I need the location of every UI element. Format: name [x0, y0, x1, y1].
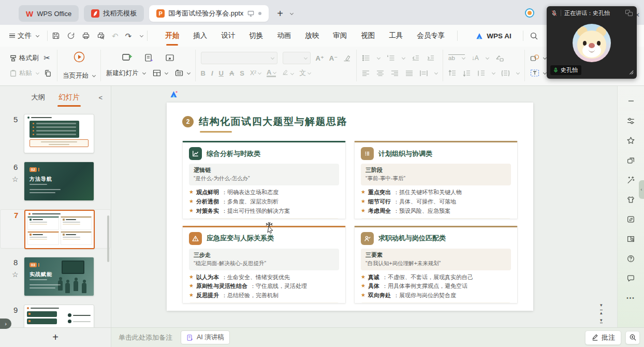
align-left-button[interactable]: [362, 70, 370, 77]
clear-format-icon[interactable]: [343, 54, 351, 62]
line-spacing-button[interactable]: [477, 70, 495, 77]
resource-leaf-icon[interactable]: [626, 214, 636, 224]
search-icon[interactable]: [530, 32, 538, 40]
spacing-down-button[interactable]: [463, 70, 471, 77]
align-center-button[interactable]: [376, 70, 384, 77]
text-rotate-button[interactable]: ↓A: [472, 54, 489, 62]
sync-status-icon[interactable]: [525, 8, 534, 18]
print-preview-icon[interactable]: [97, 32, 105, 40]
material-search-icon[interactable]: [626, 234, 636, 243]
more-options-icon[interactable]: •••: [626, 293, 636, 302]
shadow-button[interactable]: S: [240, 69, 244, 77]
tab-docer-templates[interactable]: 找稻壳模板: [84, 5, 144, 22]
menu-tab-transition[interactable]: 切换: [249, 31, 263, 40]
slide-thumbnail-9[interactable]: [24, 305, 94, 327]
monitor-icon[interactable]: [247, 10, 255, 17]
strikethrough-a-button[interactable]: A: [229, 69, 234, 77]
theme-skin-icon[interactable]: [626, 195, 636, 204]
save-icon[interactable]: [52, 32, 60, 40]
object-properties-icon[interactable]: [626, 116, 636, 125]
undo-icon[interactable]: ↶: [112, 32, 119, 40]
underline-button[interactable]: U: [219, 69, 224, 77]
paste-button[interactable]: 粘贴: [9, 69, 39, 78]
spacing-up-button[interactable]: [448, 70, 456, 77]
layout-grid-icon[interactable]: [625, 10, 633, 16]
copy-button[interactable]: [44, 69, 52, 77]
tab-wps-office[interactable]: W WPS Office: [19, 5, 79, 22]
menu-tab-slideshow[interactable]: 放映: [305, 31, 319, 40]
panel-collapse-icon[interactable]: <: [98, 94, 103, 102]
scroll-down-icon[interactable]: ▾: [600, 302, 603, 308]
beautify-wand-icon[interactable]: [626, 175, 636, 184]
font-family-select[interactable]: [201, 52, 277, 64]
panel-expand-pill[interactable]: ›: [0, 319, 11, 329]
decrease-indent-button[interactable]: [412, 54, 420, 62]
animation-pane-icon[interactable]: [626, 155, 636, 165]
sidebar-handle[interactable]: ‹: [639, 180, 644, 199]
phonetic-button[interactable]: 文: [299, 68, 311, 78]
comment-button[interactable]: 批注: [585, 330, 621, 345]
text-direction-button[interactable]: ab: [448, 54, 465, 62]
new-slide-button[interactable]: 新建幻灯片: [106, 69, 145, 78]
shapes-button[interactable]: [530, 54, 546, 62]
textbox-button[interactable]: [530, 69, 546, 77]
new-tab-button[interactable]: +: [277, 8, 283, 20]
justify-button[interactable]: [405, 70, 413, 77]
slide-thumbnail-7[interactable]: [24, 210, 95, 249]
resize-handle-icon[interactable]: [628, 69, 634, 77]
increase-font-icon[interactable]: A⁺: [316, 54, 324, 62]
slide-thumbnail-8[interactable]: 03 实战赋能: [24, 257, 94, 296]
highlight-button[interactable]: [282, 69, 294, 77]
collapse-sidebar-icon[interactable]: [626, 96, 636, 106]
effects-star-icon[interactable]: [626, 136, 636, 145]
tab-list-chevron-icon[interactable]: [290, 11, 294, 15]
bold-button[interactable]: B: [201, 69, 206, 77]
increase-indent-button[interactable]: [427, 54, 435, 62]
slide-thumbnail-5[interactable]: [24, 114, 94, 153]
bullet-list-button[interactable]: [362, 54, 380, 62]
menu-tab-review[interactable]: 审阅: [333, 31, 347, 40]
editing-canvas[interactable]: 2 结构化面试四大题型与解题思路 综合分析与时政类 逻辑链 “是什么-为什么-怎…: [111, 86, 617, 327]
menu-tab-tools[interactable]: 工具: [389, 31, 403, 40]
notes-placeholder[interactable]: 单击此处添加备注: [119, 333, 172, 342]
wps-ai-float-icon[interactable]: [169, 90, 178, 100]
menu-tab-view[interactable]: 视图: [361, 31, 375, 40]
font-size-select[interactable]: [283, 52, 311, 64]
ai-script-button[interactable]: AI 演讲稿: [181, 330, 230, 344]
text-convert-button[interactable]: [495, 54, 504, 62]
section-button[interactable]: [175, 69, 190, 77]
menu-tab-insert[interactable]: 插入: [193, 31, 207, 40]
play-current-button[interactable]: 当页开始: [63, 71, 95, 80]
menu-tab-animation[interactable]: 动画: [277, 31, 291, 40]
tab-document-active[interactable]: P 国考面试经验分享会.pptx: [149, 5, 269, 22]
add-slide-button[interactable]: +: [52, 331, 58, 343]
quick-access-chevron-icon[interactable]: [140, 33, 143, 37]
panel-tab-slides[interactable]: 幻灯片: [58, 93, 80, 102]
export-pdf-icon[interactable]: [67, 32, 75, 40]
slide-canvas[interactable]: 2 结构化面试四大题型与解题思路 综合分析与时政类 逻辑链 “是什么-为什么-怎…: [167, 103, 533, 311]
file-menu[interactable]: 文件: [5, 31, 43, 40]
menu-tab-member[interactable]: 会员专享: [417, 31, 445, 40]
previous-slide-button[interactable]: ▴: [600, 310, 603, 315]
italic-button[interactable]: I: [211, 69, 213, 77]
format-painter-button[interactable]: 格式刷: [9, 54, 39, 63]
font-color-button[interactable]: A: [267, 69, 276, 77]
panel-scrollbar[interactable]: [107, 215, 109, 262]
slide-star-icon[interactable]: ☆: [12, 175, 19, 183]
align-right-button[interactable]: [391, 70, 399, 77]
wps-ai-menu[interactable]: WPS AI: [475, 32, 511, 40]
decrease-font-icon[interactable]: A⁻: [329, 54, 338, 62]
cut-button[interactable]: ✂: [44, 53, 51, 63]
slide-layout-button[interactable]: [153, 69, 168, 77]
video-call-overlay[interactable]: 正在讲话：史孔怡 史孔怡: [547, 6, 637, 79]
panel-tab-outline[interactable]: 大纲: [31, 93, 45, 102]
numbered-list-button[interactable]: [387, 54, 405, 62]
slide-star-icon[interactable]: ☆: [12, 270, 19, 279]
menu-tab-home[interactable]: 开始: [165, 31, 179, 40]
help-icon[interactable]: [626, 254, 636, 263]
superscript-button[interactable]: X²: [250, 69, 261, 77]
next-slide-button[interactable]: ▾: [600, 317, 603, 323]
zoom-button[interactable]: [625, 331, 640, 344]
distribute-button[interactable]: [420, 70, 437, 77]
slide-thumbnail-6[interactable]: 02 方法导航: [24, 162, 94, 201]
